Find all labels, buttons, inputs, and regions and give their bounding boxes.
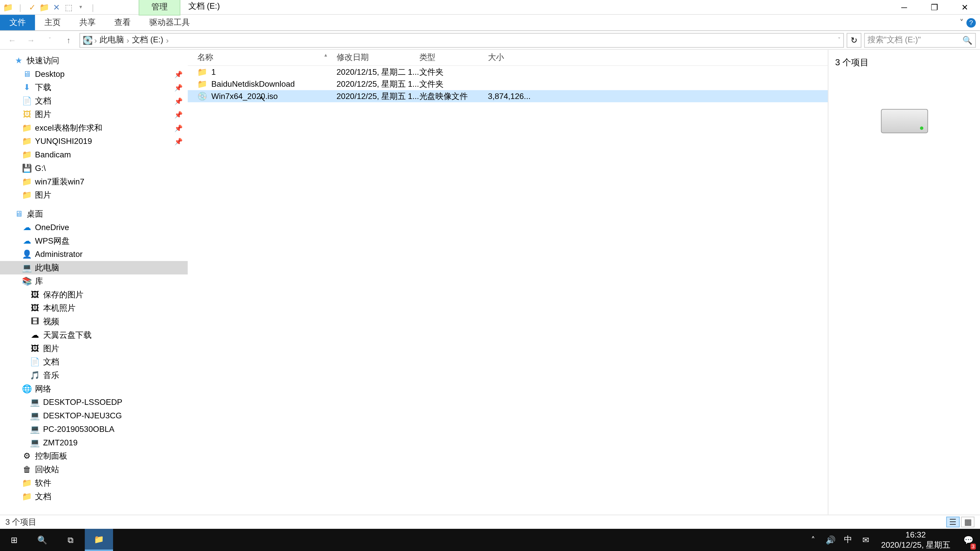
ribbon-tab-view[interactable]: 查看 bbox=[105, 15, 140, 30]
file-rows[interactable]: 📁1 2020/12/15, 星期二 1... 文件夹 📁BaiduNetdis… bbox=[188, 66, 828, 514]
breadcrumb-sep-icon[interactable]: › bbox=[94, 35, 97, 44]
tree-onedrive[interactable]: ☁OneDrive bbox=[0, 221, 188, 234]
tree-drive-g[interactable]: 💾G:\ bbox=[0, 162, 188, 175]
tree-lib-item[interactable]: 🖼本机照片 bbox=[0, 301, 188, 315]
tray-overflow-icon[interactable]: ˄ bbox=[807, 535, 819, 545]
minimize-button[interactable]: ─ bbox=[889, 0, 919, 14]
file-row[interactable]: 💿Win7x64_2020.iso 2020/12/25, 星期五 1... 光… bbox=[188, 90, 828, 102]
tree-network-pc[interactable]: 💻DESKTOP-LSSOEDP bbox=[0, 395, 188, 409]
nav-recent-dropdown[interactable]: ˅ bbox=[41, 32, 58, 48]
column-header-type[interactable]: 类型 bbox=[419, 52, 488, 63]
wps-icon: ☁ bbox=[21, 235, 32, 246]
tree-folder[interactable]: 📁软件 bbox=[0, 476, 188, 490]
ribbon-tab-home[interactable]: 主页 bbox=[35, 15, 70, 30]
ribbon-context-tab-manage[interactable]: 管理 bbox=[138, 0, 180, 16]
file-list-pane: 名称▴ 修改日期 类型 大小 📁1 2020/12/15, 星期二 1... 文… bbox=[188, 50, 829, 514]
tree-lib-item[interactable]: 📄文档 bbox=[0, 355, 188, 368]
tree-network-pc[interactable]: 💻ZMT2019 bbox=[0, 436, 188, 449]
pc-icon: 💻 bbox=[30, 437, 40, 448]
column-header-date[interactable]: 修改日期 bbox=[337, 52, 419, 63]
tree-folder[interactable]: 📁Bandicam bbox=[0, 148, 188, 162]
address-bar[interactable]: 💽 › 此电脑 › 文档 (E:) › ˅ bbox=[80, 33, 844, 48]
file-date: 2020/12/25, 星期五 1... bbox=[337, 78, 419, 90]
tree-label: 图片 bbox=[35, 109, 51, 120]
column-header-name[interactable]: 名称▴ bbox=[188, 52, 337, 63]
tree-libraries[interactable]: 📚库 bbox=[0, 275, 188, 288]
search-button[interactable]: 🔍 bbox=[28, 529, 57, 551]
tree-lib-item[interactable]: 🎵音乐 bbox=[0, 368, 188, 382]
pc-icon: 💻 bbox=[30, 397, 40, 408]
tree-folder[interactable]: 📁excel表格制作求和📌 bbox=[0, 121, 188, 135]
navigation-pane[interactable]: ★ 快速访问 🖥Desktop📌 ⬇下载📌 📄文档📌 🖼图片📌 📁excel表格… bbox=[0, 50, 188, 514]
breadcrumb-sep-icon[interactable]: › bbox=[166, 35, 169, 44]
view-details-button[interactable]: ☰ bbox=[946, 516, 960, 527]
tray-app-icon[interactable]: ✉ bbox=[859, 535, 872, 545]
ime-indicator[interactable]: 中 bbox=[842, 534, 854, 546]
folder-icon: 📁 bbox=[94, 534, 104, 544]
nav-back-button[interactable]: ← bbox=[4, 32, 20, 48]
preview-count: 3 个项目 bbox=[835, 57, 974, 68]
tree-this-pc[interactable]: 💻此电脑 bbox=[0, 261, 188, 275]
column-header-size[interactable]: 大小 bbox=[488, 52, 530, 63]
tree-network-pc[interactable]: 💻PC-20190530OBLA bbox=[0, 422, 188, 436]
volume-icon[interactable]: 🔊 bbox=[824, 535, 837, 545]
ribbon-tab-share[interactable]: 共享 bbox=[70, 15, 105, 30]
tree-control-panel[interactable]: ⚙控制面板 bbox=[0, 449, 188, 463]
tree-folder[interactable]: 📁win7重装win7 bbox=[0, 175, 188, 189]
tree-lib-item[interactable]: 🖼保存的图片 bbox=[0, 288, 188, 302]
nav-up-button[interactable]: ↑ bbox=[60, 32, 76, 48]
action-center-button[interactable]: 💬 3 bbox=[959, 529, 977, 551]
maximize-button[interactable]: ❐ bbox=[919, 0, 950, 14]
address-row: ← → ˅ ↑ 💽 › 此电脑 › 文档 (E:) › ˅ ↻ 搜索"文档 (E… bbox=[0, 31, 980, 50]
qat-dropdown-icon[interactable]: ▾ bbox=[75, 2, 86, 13]
close-button[interactable]: ✕ bbox=[950, 0, 980, 14]
start-button[interactable]: ⊞ bbox=[0, 529, 28, 551]
file-row[interactable]: 📁BaiduNetdiskDownload 2020/12/25, 星期五 1.… bbox=[188, 78, 828, 90]
taskbar-clock[interactable]: 16:32 2020/12/25, 星期五 bbox=[877, 530, 955, 549]
tree-lib-item[interactable]: 🖼图片 bbox=[0, 342, 188, 355]
breadcrumb-sep-icon[interactable]: › bbox=[127, 35, 129, 44]
tree-administrator[interactable]: 👤Administrator bbox=[0, 248, 188, 261]
address-dropdown-icon[interactable]: ˅ bbox=[838, 37, 841, 43]
tree-label: DESKTOP-NJEU3CG bbox=[43, 411, 122, 421]
tree-network[interactable]: 🌐网络 bbox=[0, 382, 188, 395]
nav-forward-button[interactable]: → bbox=[23, 32, 39, 48]
breadcrumb-this-pc[interactable]: 此电脑 bbox=[98, 34, 125, 46]
breadcrumb-location[interactable]: 文档 (E:) bbox=[130, 34, 165, 46]
task-view-button[interactable]: ⧉ bbox=[57, 529, 85, 551]
refresh-button[interactable]: ↻ bbox=[846, 33, 861, 48]
titlebar: 📁 | ✓ 📁 ✕ ⬚ ▾ | 管理 文档 (E:) ─ ❐ ✕ bbox=[0, 0, 980, 15]
file-type: 文件夹 bbox=[419, 66, 488, 78]
tree-recycle-bin[interactable]: 🗑回收站 bbox=[0, 463, 188, 476]
tree-label: win7重装win7 bbox=[35, 176, 84, 187]
qat-rename-icon[interactable]: ⬚ bbox=[63, 2, 74, 13]
tree-documents[interactable]: 📄文档📌 bbox=[0, 94, 188, 108]
tree-wps[interactable]: ☁WPS网盘 bbox=[0, 234, 188, 248]
ribbon-tab-drive-tools[interactable]: 驱动器工具 bbox=[140, 15, 199, 30]
tree-folder[interactable]: 📁YUNQISHI2019📌 bbox=[0, 135, 188, 148]
ribbon-expand-icon[interactable]: ˅ bbox=[959, 18, 964, 27]
tree-quick-access[interactable]: ★ 快速访问 bbox=[0, 54, 188, 67]
qat-new-folder-icon[interactable]: 📁 bbox=[39, 2, 50, 13]
search-icon[interactable]: 🔍 bbox=[963, 35, 973, 44]
main-content: ★ 快速访问 🖥Desktop📌 ⬇下载📌 📄文档📌 🖼图片📌 📁excel表格… bbox=[0, 50, 980, 514]
tree-downloads[interactable]: ⬇下载📌 bbox=[0, 81, 188, 94]
tree-network-pc[interactable]: 💻DESKTOP-NJEU3CG bbox=[0, 409, 188, 422]
search-input[interactable]: 搜索"文档 (E:)" 🔍 bbox=[864, 33, 976, 48]
tree-lib-item[interactable]: 🎞视频 bbox=[0, 315, 188, 328]
tree-folder[interactable]: 📁文档 bbox=[0, 490, 188, 503]
tree-folder[interactable]: 📁图片 bbox=[0, 188, 188, 202]
qat-properties-icon[interactable]: ✓ bbox=[27, 2, 38, 13]
tree-pictures[interactable]: 🖼图片📌 bbox=[0, 108, 188, 121]
pin-icon: 📌 bbox=[174, 97, 183, 105]
view-large-icons-button[interactable]: ▦ bbox=[961, 516, 975, 527]
tree-lib-item[interactable]: ☁天翼云盘下载 bbox=[0, 328, 188, 342]
help-icon[interactable]: ? bbox=[966, 18, 976, 27]
qat-delete-icon[interactable]: ✕ bbox=[51, 2, 62, 13]
ribbon-tab-file[interactable]: 文件 bbox=[0, 15, 35, 30]
file-row[interactable]: 📁1 2020/12/15, 星期二 1... 文件夹 bbox=[188, 66, 828, 78]
tree-desktop-root[interactable]: 🖥桌面 bbox=[0, 207, 188, 221]
taskbar-explorer[interactable]: 📁 bbox=[85, 529, 113, 551]
tree-desktop[interactable]: 🖥Desktop📌 bbox=[0, 67, 188, 81]
tree-label: PC-20190530OBLA bbox=[43, 424, 115, 434]
